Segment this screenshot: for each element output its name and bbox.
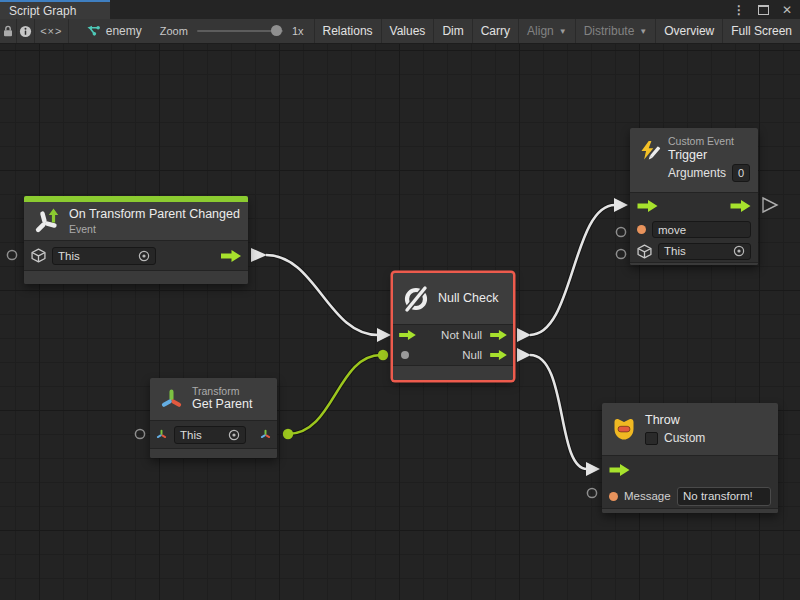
node-on-transform-parent-changed[interactable]: On Transform Parent Changed Event This (24, 196, 248, 284)
info-icon (19, 25, 32, 38)
maximize-icon[interactable] (758, 5, 769, 15)
flow-input-arrow[interactable] (614, 198, 628, 212)
null-check-icon (401, 284, 431, 314)
unconnected-flow-output[interactable] (763, 198, 777, 212)
string-input-port[interactable] (609, 492, 618, 501)
chevron-down-icon: ▼ (639, 27, 647, 36)
target-field[interactable]: This (658, 243, 751, 260)
value-input-port[interactable] (401, 351, 409, 359)
node-category: Transform (192, 385, 252, 398)
tab-script-graph[interactable]: Script Graph (0, 0, 110, 19)
value-output-dot[interactable] (283, 429, 293, 439)
port-label-null: Null (415, 349, 484, 361)
flow-output-arrow[interactable] (251, 248, 267, 262)
throw-error-icon (610, 415, 638, 443)
node-subtitle: Event (69, 223, 240, 236)
arguments-field[interactable]: 0 (732, 164, 750, 182)
node-throw[interactable]: Throw Custom Message No transform! (602, 403, 778, 513)
gameobject-cube-icon (637, 244, 652, 259)
gameobject-cube-icon (31, 248, 46, 263)
flow-output-port[interactable] (730, 200, 751, 212)
distribute-label: Distribute (584, 24, 635, 38)
flow-output-arrow[interactable] (517, 348, 531, 362)
relations-button[interactable]: Relations (314, 19, 381, 43)
string-input-port[interactable] (637, 225, 646, 234)
object-picker-icon[interactable] (138, 250, 150, 262)
code-icon: <×> (40, 25, 62, 37)
carry-label: Carry (481, 24, 510, 38)
field-value: No transform! (683, 490, 753, 502)
flow-input-arrow[interactable] (586, 462, 600, 476)
inspector-button[interactable] (17, 19, 34, 43)
flow-output-port-null[interactable] (490, 350, 507, 360)
zoom-level: 1x (292, 25, 304, 37)
lock-icon (1, 24, 15, 38)
node-null-check[interactable]: Null Check Not Null Null (393, 273, 513, 380)
ports-button[interactable]: <×> (35, 19, 69, 43)
zoom-slider-handle[interactable] (271, 25, 282, 36)
object-picker-icon[interactable] (733, 245, 745, 257)
dim-button[interactable]: Dim (433, 19, 471, 43)
flow-input-port[interactable] (609, 464, 630, 476)
wire-event-to-null-check[interactable] (251, 248, 391, 342)
graph-name: enemy (106, 24, 142, 38)
node-footer (630, 262, 758, 265)
distribute-dropdown[interactable]: Distribute▼ (575, 19, 656, 43)
flow-output-arrow[interactable] (517, 328, 531, 342)
object-picker-icon[interactable] (228, 429, 240, 441)
field-value: This (58, 250, 80, 262)
unconnected-port-message[interactable] (587, 488, 596, 497)
unconnected-port-name[interactable] (616, 227, 625, 236)
event-name-field[interactable]: move (652, 221, 751, 238)
node-get-parent[interactable]: Transform Get Parent This (150, 378, 277, 458)
transform-event-icon (32, 206, 62, 236)
zoom-label: Zoom (160, 25, 188, 37)
flow-input-port[interactable] (637, 200, 658, 212)
zoom-slider[interactable] (197, 30, 283, 32)
field-value: This (664, 245, 686, 257)
align-dropdown[interactable]: Align▼ (518, 19, 575, 43)
value-input-dot[interactable] (378, 350, 388, 360)
transform-output-port-icon[interactable] (259, 428, 272, 441)
target-field[interactable]: This (174, 426, 246, 444)
custom-checkbox[interactable] (645, 432, 658, 445)
carry-button[interactable]: Carry (472, 19, 518, 43)
unconnected-port-target[interactable] (616, 249, 625, 258)
message-field[interactable]: No transform! (677, 487, 771, 506)
window-title-bar: Script Graph ⋮ ✕ (0, 0, 800, 19)
chevron-down-icon: ▼ (559, 27, 567, 36)
node-footer (24, 270, 248, 284)
graph-canvas[interactable]: On Transform Parent Changed Event This T… (0, 44, 800, 600)
transform-port-icon[interactable] (155, 428, 168, 441)
unconnected-port-this[interactable] (135, 429, 144, 438)
graph-breadcrumb[interactable]: enemy (69, 19, 156, 43)
unconnected-port-this[interactable] (7, 250, 16, 259)
window-controls: ⋮ ✕ (733, 0, 792, 19)
node-title: Get Parent (192, 397, 252, 413)
node-trigger-custom-event[interactable]: Custom Event Trigger Arguments 0 move (630, 128, 758, 265)
dim-label: Dim (442, 24, 463, 38)
arguments-label: Arguments (668, 166, 726, 180)
wire-not-null-to-custom-event[interactable] (517, 198, 628, 342)
flow-input-arrow[interactable] (377, 328, 391, 342)
target-field[interactable]: This (52, 247, 156, 265)
values-button[interactable]: Values (381, 19, 434, 43)
node-category: Custom Event (668, 135, 750, 148)
overview-label: Overview (664, 24, 714, 38)
custom-event-icon (638, 137, 661, 165)
flow-output-port-not-null[interactable] (490, 330, 507, 340)
overview-button[interactable]: Overview (655, 19, 722, 43)
message-label: Message (624, 490, 671, 502)
node-title: Null Check (438, 291, 498, 307)
full-screen-button[interactable]: Full Screen (722, 19, 800, 43)
flow-output-port[interactable] (221, 250, 241, 262)
tab-title: Script Graph (9, 4, 76, 18)
node-footer (150, 448, 277, 458)
close-icon[interactable]: ✕ (782, 4, 792, 16)
wire-get-parent-to-null-check[interactable] (283, 350, 388, 439)
wire-null-to-throw[interactable] (517, 348, 600, 476)
flow-input-port[interactable] (399, 330, 416, 340)
window-menu-icon[interactable]: ⋮ (733, 4, 745, 16)
port-label-not-null: Not Null (422, 329, 484, 341)
lock-button[interactable] (0, 19, 17, 43)
